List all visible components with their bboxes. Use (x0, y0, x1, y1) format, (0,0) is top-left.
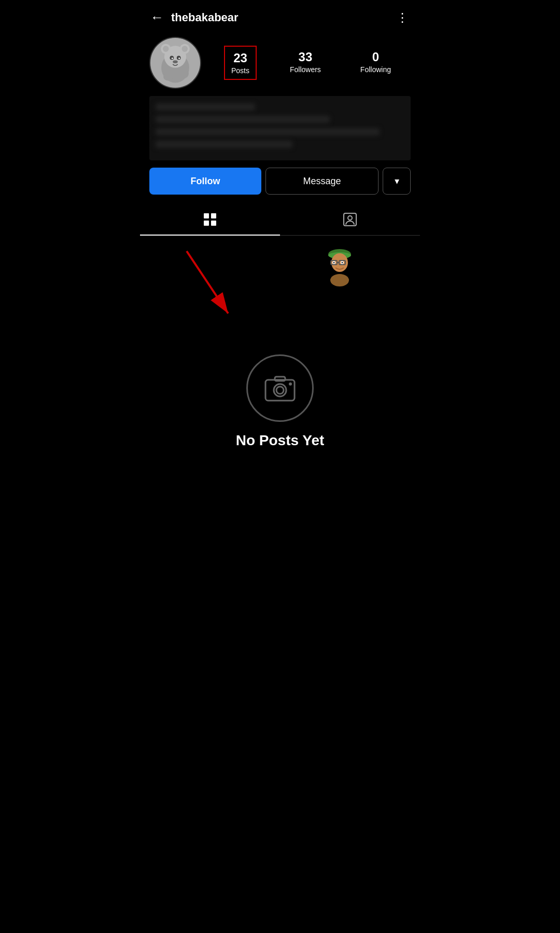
header-left: ← thebakabear (150, 9, 239, 25)
following-count: 0 (372, 50, 379, 64)
svg-rect-17 (211, 221, 216, 226)
bio-line-3 (156, 128, 380, 135)
svg-point-28 (333, 262, 335, 264)
annotation-arrow (166, 246, 259, 329)
bio-area (149, 96, 411, 160)
tab-bar (140, 204, 420, 236)
svg-point-29 (342, 262, 343, 264)
follow-button[interactable]: Follow (149, 168, 261, 195)
tab-grid[interactable] (140, 204, 280, 235)
message-button[interactable]: Message (265, 168, 379, 195)
back-button[interactable]: ← (150, 9, 164, 25)
avatar[interactable] (149, 37, 201, 89)
svg-point-9 (172, 58, 173, 59)
svg-line-32 (187, 251, 228, 313)
dropdown-icon: ▾ (395, 175, 399, 187)
stat-posts[interactable]: 23 Posts (224, 46, 257, 80)
profile-top: 23 Posts 33 Followers 0 Following (149, 37, 411, 89)
more-options-button[interactable]: ⋮ (396, 10, 410, 25)
posts-label: Posts (231, 66, 249, 75)
stat-followers[interactable]: 33 Followers (284, 46, 327, 80)
followers-label: Followers (290, 65, 321, 74)
bio-line-2 (156, 116, 330, 123)
grid-icon (203, 212, 217, 227)
svg-point-11 (173, 60, 178, 63)
header: ← thebakabear ⋮ (140, 0, 420, 32)
profile-section: 23 Posts 33 Followers 0 Following Follow… (140, 32, 420, 204)
camera-icon (263, 372, 297, 405)
camera-circle (246, 354, 314, 422)
following-label: Following (360, 65, 391, 74)
svg-rect-36 (275, 377, 285, 381)
stat-following[interactable]: 0 Following (354, 46, 397, 80)
tab-tagged[interactable] (280, 204, 420, 235)
svg-point-13 (163, 73, 173, 80)
no-posts-text: No Posts Yet (236, 432, 325, 449)
followers-count: 33 (299, 50, 313, 64)
svg-point-10 (178, 58, 180, 59)
no-posts-section: No Posts Yet (226, 323, 335, 470)
svg-rect-16 (204, 221, 209, 226)
svg-point-19 (348, 216, 352, 220)
header-username: thebakabear (171, 11, 239, 24)
svg-point-12 (177, 69, 189, 79)
stats-container: 23 Posts 33 Followers 0 Following (211, 46, 411, 80)
posts-count: 23 (233, 51, 247, 65)
person-tag-icon (343, 212, 357, 227)
svg-point-5 (163, 46, 169, 52)
svg-point-37 (289, 382, 292, 386)
content-area: No Posts Yet (140, 236, 420, 495)
dropdown-button[interactable]: ▾ (383, 168, 411, 195)
action-buttons: Follow Message ▾ (149, 168, 411, 204)
bio-line-4 (156, 141, 292, 148)
bio-line-1 (156, 103, 255, 111)
svg-point-30 (330, 274, 349, 286)
svg-point-6 (181, 46, 188, 52)
svg-rect-14 (204, 213, 209, 218)
svg-point-35 (276, 387, 284, 394)
svg-rect-15 (211, 213, 216, 218)
sticker-emoji (321, 245, 358, 291)
